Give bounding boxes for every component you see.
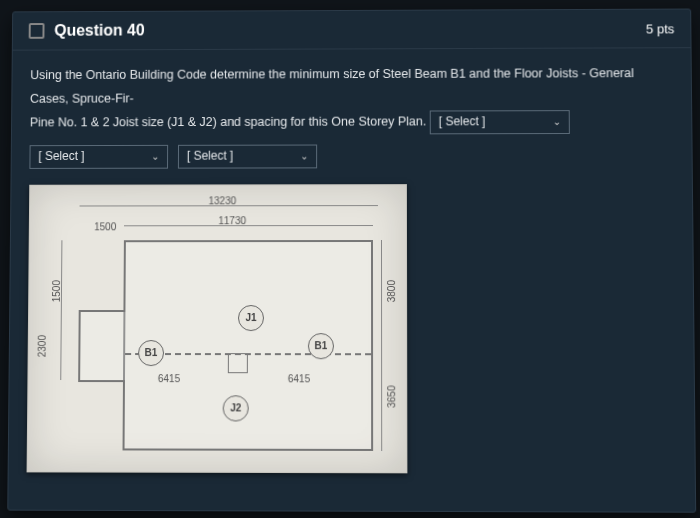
- prompt-line1: Using the Ontario Building Code determin…: [30, 66, 634, 105]
- select-1[interactable]: [ Select ] ⌄: [29, 144, 168, 168]
- dim-right-upper: 3800: [386, 280, 397, 302]
- dim-top-outer: 13230: [209, 195, 237, 206]
- select-inline[interactable]: [ Select ] ⌄: [430, 110, 570, 134]
- dim-top-left: 1500: [94, 221, 116, 232]
- dim-top-inner: 11730: [218, 215, 246, 226]
- dim-line: [60, 240, 62, 380]
- select-placeholder: [ Select ]: [187, 145, 233, 168]
- card-header: Question 40 5 pts: [13, 10, 691, 51]
- label-j1: J1: [238, 305, 264, 331]
- dim-line: [124, 225, 373, 226]
- dim-bottom-right: 6415: [288, 373, 310, 384]
- points-label: 5 pts: [646, 21, 674, 36]
- label-b1-left: B1: [138, 340, 164, 366]
- prompt-line2: Pine No. 1 & 2 Joist size (J1 & J2) and …: [30, 114, 427, 129]
- select-placeholder: [ Select ]: [439, 110, 486, 133]
- question-body: Using the Ontario Building Code determin…: [12, 48, 692, 168]
- stair-icon: [228, 353, 248, 373]
- select-placeholder: [ Select ]: [38, 145, 84, 168]
- label-j2: J2: [223, 395, 249, 421]
- dim-line: [381, 240, 382, 451]
- chevron-down-icon: ⌄: [300, 147, 308, 166]
- floor-plan: 13230 11730 1500 B1 B1 J1 J2 2300 1500 3…: [27, 184, 408, 473]
- plan-outline-notch: [78, 310, 125, 382]
- chevron-down-icon: ⌄: [151, 147, 159, 166]
- dim-left-lower: 2300: [37, 335, 48, 357]
- select-2[interactable]: [ Select ] ⌄: [178, 144, 317, 168]
- label-b1-right: B1: [308, 333, 334, 359]
- chevron-down-icon: ⌄: [553, 112, 561, 131]
- question-number: Question 40: [54, 22, 144, 40]
- question-card: Question 40 5 pts Using the Ontario Buil…: [7, 9, 696, 513]
- flag-icon[interactable]: [29, 23, 45, 39]
- dim-bottom-left: 6415: [158, 373, 180, 384]
- dim-right-lower: 3650: [386, 385, 397, 407]
